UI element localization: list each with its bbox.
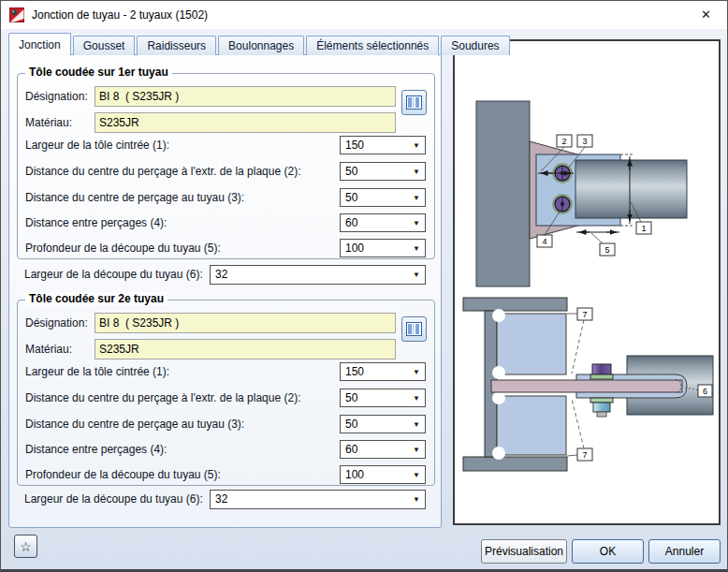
combo-distance-entre-percages[interactable]: 60 ▼ — [340, 440, 426, 459]
pipe-shape — [575, 160, 687, 218]
field-row: Profondeur de la découpe du tuyau (5): 1… — [25, 465, 428, 484]
row-label: Largeur de la découpe du tuyau (6): — [24, 265, 203, 285]
combo-distance-percage-extremite[interactable]: 50 ▼ — [340, 389, 426, 407]
field-row: Distance entre perçages (4): 60 ▼ — [25, 440, 428, 459]
dialog-window: Jonction de tuyau - 2 tuyaux (1502) ✕ Jo… — [0, 0, 728, 572]
tab-soudures[interactable]: Soudures — [441, 36, 509, 55]
row-label: Distance du centre du perçage à l'extr. … — [25, 162, 300, 181]
field-row-largeur-decoupe-2: Largeur de la découpe du tuyau (6): 32 ▼ — [24, 490, 443, 509]
material-label: Matériau: — [25, 116, 72, 129]
field-row: Distance du centre du perçage à l'extr. … — [25, 389, 428, 407]
field-row: Profondeur de la découpe du tuyau (5): 1… — [25, 239, 428, 257]
callout-7-top: 7 — [582, 310, 587, 319]
tab-label: Boulonnages — [228, 39, 294, 52]
bolt-icon — [553, 195, 572, 213]
chevron-down-icon: ▼ — [413, 495, 420, 505]
chevron-down-icon: ▼ — [413, 194, 420, 203]
stiffener-plate-upper — [497, 314, 566, 374]
tab-boulonnages[interactable]: Boulonnages — [218, 36, 304, 55]
combo-value: 32 — [215, 492, 227, 506]
preview-button[interactable]: Prévisualisation — [481, 539, 567, 564]
preview-side-view: 7 7 6 — [463, 298, 713, 471]
combo-distance-percage-tuyau[interactable]: 50 ▼ — [340, 415, 426, 433]
combo-value: 50 — [345, 191, 357, 204]
combo-value: 100 — [345, 468, 364, 481]
callout-7-bottom: 7 — [582, 450, 587, 460]
beam-top-flange — [463, 298, 567, 311]
callout-3: 3 — [582, 137, 587, 146]
combo-value: 50 — [345, 418, 357, 431]
combo-value: 50 — [345, 165, 357, 178]
chevron-down-icon: ▼ — [413, 219, 420, 228]
tab-label: Raidisseurs — [147, 39, 206, 52]
close-icon: ✕ — [701, 7, 711, 22]
row-label: Distance entre perçages (4): — [25, 440, 167, 459]
designation-field[interactable] — [95, 86, 396, 107]
catalog-icon — [406, 95, 422, 110]
combo-largeur-tole-cintree[interactable]: 150 ▼ — [340, 136, 426, 154]
field-row: Largeur de la tôle cintrée (1): 150 ▼ — [25, 362, 428, 381]
callout-4: 4 — [542, 237, 546, 246]
field-row-largeur-decoupe-1: Largeur de la découpe du tuyau (6): 32 ▼ — [24, 265, 443, 285]
title-bar: Jonction de tuyau - 2 tuyaux (1502) ✕ — [1, 1, 727, 29]
combo-largeur-tole-cintree[interactable]: 150 ▼ — [340, 362, 426, 381]
select-profile-button[interactable] — [401, 316, 427, 342]
material-label: Matériau: — [25, 343, 72, 356]
tab-page-jonction: Tôle coudée sur 1er tuyau Désignation: M… — [8, 54, 442, 528]
combo-profondeur-decoupe[interactable]: 100 ▼ — [340, 465, 426, 484]
field-row: Largeur de la tôle cintrée (1): 150 ▼ — [25, 136, 428, 154]
designation-field[interactable] — [95, 313, 396, 333]
field-row: Distance entre perçages (4): 60 ▼ — [25, 213, 428, 232]
callout-5: 5 — [604, 245, 609, 255]
tab-gousset[interactable]: Gousset — [73, 36, 136, 55]
tab-label: Gousset — [83, 39, 125, 52]
field-row: Distance du centre de perçage au tuyau (… — [25, 188, 428, 207]
combo-value: 50 — [345, 391, 357, 404]
designation-label: Désignation: — [25, 90, 88, 103]
combo-distance-entre-percages[interactable]: 60 ▼ — [340, 213, 426, 232]
row-label: Distance entre perçages (4): — [25, 213, 167, 232]
preview-panel: 2 3 1 4 5 — [453, 39, 721, 525]
callout-1: 1 — [641, 224, 646, 233]
tab-elements-selectionnes[interactable]: Éléments sélectionnés — [306, 36, 439, 55]
chevron-down-icon: ▼ — [413, 244, 420, 254]
combo-largeur-decoupe-tuyau-1[interactable]: 32 ▼ — [210, 265, 426, 285]
dialog-body: Jonction Gousset Raidisseurs Boulonnages… — [1, 29, 727, 569]
group-title: Tôle coudée sur 1er tuyau — [25, 66, 172, 79]
material-field[interactable] — [95, 112, 396, 133]
row-label: Distance du centre du perçage à l'extr. … — [25, 389, 300, 407]
tab-raidisseurs[interactable]: Raidisseurs — [137, 36, 216, 55]
ok-button[interactable]: OK — [572, 539, 644, 564]
combo-largeur-decoupe-tuyau-2[interactable]: 32 ▼ — [210, 490, 426, 509]
row-label: Largeur de la tôle cintrée (1): — [25, 362, 169, 381]
combo-profondeur-decoupe[interactable]: 100 ▼ — [340, 239, 426, 257]
row-label: Largeur de la tôle cintrée (1): — [25, 136, 169, 154]
chevron-down-icon: ▼ — [413, 168, 420, 177]
beam-bottom-flange — [463, 457, 567, 471]
field-row: Distance du centre du perçage à l'extr. … — [25, 162, 428, 181]
component-icon — [9, 7, 24, 22]
row-label: Distance du centre de perçage au tuyau (… — [25, 415, 244, 433]
cancel-button[interactable]: Annuler — [648, 539, 721, 564]
window-title: Jonction de tuyau - 2 tuyaux (1502) — [32, 8, 208, 22]
combo-value: 150 — [345, 139, 364, 152]
combo-distance-percage-extremite[interactable]: 50 ▼ — [340, 162, 426, 181]
stiffener-plate-lower — [497, 396, 566, 455]
preview-top-view: 2 3 1 4 5 — [476, 101, 687, 286]
combo-value: 32 — [215, 268, 227, 281]
chevron-down-icon: ▼ — [413, 394, 420, 403]
tab-jonction[interactable]: Jonction — [8, 33, 71, 55]
group-tole-coudee-1er-tuyau: Tôle coudée sur 1er tuyau Désignation: M… — [17, 73, 435, 259]
close-button[interactable]: ✕ — [685, 1, 727, 28]
favorites-button[interactable]: ☆ — [14, 535, 37, 558]
star-icon: ☆ — [20, 539, 32, 554]
combo-value: 100 — [345, 242, 364, 255]
group-tole-coudee-2e-tuyau: Tôle coudée sur 2e tuyau Désignation: Ma… — [17, 300, 435, 486]
button-label: OK — [600, 545, 616, 558]
combo-distance-percage-tuyau[interactable]: 50 ▼ — [340, 188, 426, 207]
chevron-down-icon: ▼ — [413, 471, 420, 480]
chevron-down-icon: ▼ — [413, 368, 420, 377]
material-field[interactable] — [95, 339, 396, 359]
row-label: Profondeur de la découpe du tuyau (5): — [25, 239, 221, 257]
select-profile-button[interactable] — [401, 90, 427, 115]
